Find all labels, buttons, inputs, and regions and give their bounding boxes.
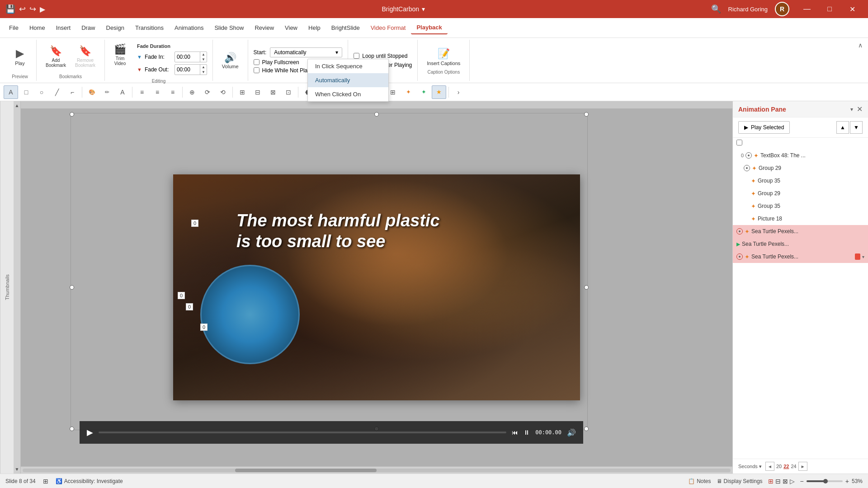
animation-panel-minimize[interactable]: ▾	[850, 106, 853, 113]
fade-out-down[interactable]: ▼	[200, 70, 207, 75]
menu-home[interactable]: Home	[24, 22, 51, 34]
fade-out-value[interactable]: 00:00	[175, 66, 200, 74]
tool-align-center[interactable]: ≡	[150, 85, 165, 99]
tool-font-color[interactable]: A	[115, 85, 130, 99]
start-dropdown[interactable]: Automatically ▾	[270, 47, 342, 57]
fade-in-spinner[interactable]: ▲ ▼	[200, 52, 207, 62]
menu-file[interactable]: File	[4, 22, 24, 34]
tool-align-right[interactable]: ≡	[165, 85, 180, 99]
notes-button[interactable]: 📋 Notes	[688, 478, 711, 484]
present-from-start-button[interactable]: ▷	[790, 478, 795, 485]
accessibility-button[interactable]: ♿ Accessibility: Investigate	[56, 478, 123, 484]
video-frame-back-button[interactable]: ⏸	[524, 429, 530, 436]
add-bookmark-button[interactable]: 🔖 AddBookmark	[42, 43, 70, 70]
menu-draw[interactable]: Draw	[76, 22, 100, 34]
minimize-button[interactable]: —	[797, 0, 817, 18]
h-scrollbar[interactable]	[21, 466, 732, 474]
play-button[interactable]: ▶ Play	[9, 45, 31, 68]
menu-brightslide[interactable]: BrightSlide	[326, 22, 365, 34]
remove-bookmark-button[interactable]: 🔖 RemoveBookmark	[71, 43, 99, 70]
scroll-up[interactable]: ▲	[15, 101, 19, 110]
anim-item-seaturtle-3[interactable]: ✦ Sea Turtle Pexels... ▾	[733, 250, 868, 263]
redo-icon[interactable]: ↪	[29, 4, 36, 14]
dropdown-item-when-clicked[interactable]: When Clicked On	[308, 87, 388, 101]
quick-access-icon[interactable]: 💾	[5, 4, 15, 14]
toolbar-more[interactable]: ›	[451, 85, 466, 99]
menu-playback[interactable]: Playback	[411, 21, 447, 34]
tool-group[interactable]: ⊕	[185, 85, 199, 99]
dropdown-item-click-sequence[interactable]: In Click Sequence	[308, 59, 388, 73]
anim-move-down-button[interactable]: ▼	[850, 121, 863, 134]
menu-insert[interactable]: Insert	[51, 22, 76, 34]
fade-in-up[interactable]: ▲	[200, 52, 207, 57]
tool-arrange-backward[interactable]: ⊠	[266, 85, 280, 99]
trim-video-button[interactable]: 🎬 TrimVideo	[110, 42, 130, 68]
h-scroll-thumb[interactable]	[235, 469, 377, 472]
avatar[interactable]: R	[775, 2, 789, 16]
video-progress-bar[interactable]	[99, 432, 506, 433]
fade-in-value[interactable]: 00:00	[175, 53, 200, 61]
volume-button[interactable]: 🔊 Volume	[218, 50, 242, 71]
handle-mr[interactable]	[584, 285, 589, 290]
display-settings-button[interactable]: 🖥 Display Settings	[717, 478, 763, 484]
handle-tr[interactable]	[584, 112, 589, 117]
menu-transitions[interactable]: Transitions	[130, 22, 169, 34]
tool-align-left[interactable]: ≡	[135, 85, 149, 99]
hide-while-checkbox[interactable]	[254, 67, 259, 73]
tool-star-1[interactable]: ✦	[401, 85, 415, 99]
ribbon-collapse-button[interactable]: ∧	[856, 40, 864, 51]
insert-captions-button[interactable]: 📝 Insert Captions	[423, 46, 464, 68]
fade-in-input[interactable]: 00:00 ▲ ▼	[175, 52, 207, 62]
play-fullscreen-checkbox[interactable]	[254, 59, 259, 65]
tool-fill-color[interactable]: 🎨	[85, 85, 99, 99]
slide-thumbnail-toggle[interactable]: ⊞	[43, 478, 48, 485]
fade-out-input[interactable]: 00:00 ▲ ▼	[175, 64, 207, 75]
close-button[interactable]: ✕	[842, 0, 863, 18]
animation-panel-close[interactable]: ✕	[857, 105, 863, 113]
slide-sorter-button[interactable]: ⊟	[775, 478, 781, 485]
anim-expand-seaturtle-3[interactable]: ▾	[862, 254, 864, 259]
menu-video-format[interactable]: Video Format	[365, 22, 411, 34]
anim-item-seaturtle-2[interactable]: ▶ Sea Turtle Pexels...	[733, 238, 868, 250]
thumbnail-scrollbar[interactable]: ▲ ▼	[14, 101, 21, 474]
timeline-next-button[interactable]: ►	[798, 462, 807, 471]
menu-help[interactable]: Help	[303, 22, 326, 34]
video-volume-button[interactable]: 🔊	[567, 428, 576, 437]
scroll-down[interactable]: ▼	[15, 465, 19, 474]
tool-star-active[interactable]: ★	[432, 85, 446, 99]
tool-line[interactable]: ╱	[50, 85, 64, 99]
video-rewind-button[interactable]: ⏮	[512, 429, 518, 436]
tool-flip[interactable]: ⟲	[216, 85, 230, 99]
timeline-prev-button[interactable]: ◄	[765, 462, 774, 471]
anim-item-group29-1[interactable]: ✦ Group 29	[733, 162, 868, 174]
undo-icon[interactable]: ↩	[19, 4, 26, 14]
tool-freeform[interactable]: ⌐	[65, 85, 80, 99]
anim-item-picture18[interactable]: ✦ Picture 18	[733, 212, 868, 225]
menu-design[interactable]: Design	[101, 22, 130, 34]
tool-rotate[interactable]: ⟳	[200, 85, 215, 99]
anim-select-all-checkbox[interactable]	[736, 140, 742, 145]
reading-view-button[interactable]: ⊠	[783, 478, 788, 485]
present-icon[interactable]: ▶	[40, 5, 45, 14]
anim-item-group29-2[interactable]: ✦ Group 29	[733, 187, 868, 200]
normal-view-button[interactable]: ⊞	[768, 478, 774, 485]
loop-checkbox[interactable]	[354, 53, 359, 59]
menu-view[interactable]: View	[279, 22, 303, 34]
tool-arrange-back[interactable]: ⊡	[281, 85, 296, 99]
handle-bl[interactable]	[70, 427, 74, 431]
menu-animations[interactable]: Animations	[169, 22, 209, 34]
zoom-in-button[interactable]: +	[845, 478, 849, 485]
anim-item-group35-2[interactable]: ✦ Group 35	[733, 200, 868, 212]
tool-star-2[interactable]: ✦	[416, 85, 431, 99]
handle-tm[interactable]	[374, 112, 379, 117]
menu-slideshow[interactable]: Slide Show	[209, 22, 249, 34]
video-play-button[interactable]: ▶	[87, 427, 93, 437]
dropdown-item-automatically[interactable]: Automatically	[308, 73, 388, 87]
handle-br[interactable]	[584, 427, 589, 431]
tool-ellipse[interactable]: ○	[34, 85, 49, 99]
fade-in-down[interactable]: ▼	[200, 57, 207, 62]
app-title-arrow[interactable]: ▾	[422, 5, 425, 13]
anim-move-up-button[interactable]: ▲	[836, 121, 849, 134]
search-icon[interactable]: 🔍	[711, 4, 721, 14]
zoom-thumb[interactable]	[823, 479, 828, 483]
